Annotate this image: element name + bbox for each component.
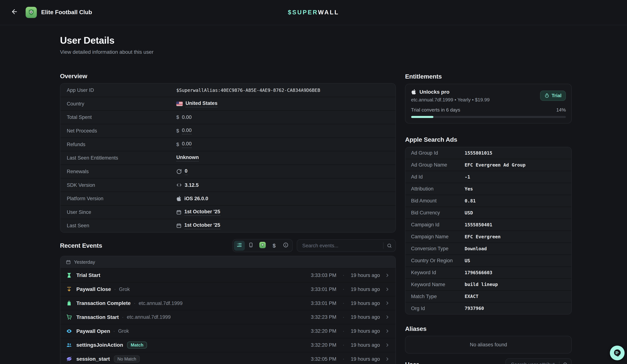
event-ago: 19 hours ago [351,286,380,292]
table-row: Refunds $0.00 [60,137,396,151]
calendar-icon [176,210,181,215]
table-row: Keyword Id1796566603 [405,267,571,278]
country-value[interactable]: United States [185,100,217,107]
chevron-right-icon [385,357,390,362]
chevron-right-icon [385,273,390,278]
event-ago: 19 hours ago [351,314,380,320]
shopping-bag-icon [66,300,72,306]
event-row[interactable]: Transaction Start · etc.annual.7df.1999 … [60,310,396,324]
code-icon [176,182,182,188]
entitlement-card: Unlocks pro etc.annual.7df.1999 • Yearly… [405,84,572,124]
table-row: Bid CurrencyUSD [405,207,571,219]
group-label: Yesterday [74,259,95,265]
app-user-id-value: $SuperwallAlias:40EC9876-A85E-4AE9-8762-… [176,88,320,93]
filter-app-events-button[interactable] [257,241,268,251]
event-row[interactable]: Transaction Complete · etc.annual.7df.19… [60,296,396,310]
row-label: Platform Version [67,196,176,201]
table-row: Match TypeEXACT [405,290,571,302]
event-row[interactable]: Paywall Open · Grok 3:32:20 PM·19 hours … [60,324,396,338]
row-label: User Since [67,209,176,215]
chevron-right-icon [385,315,390,320]
table-row: Conversion TypeDownload [405,243,571,255]
table-row: Platform Version iOS 26.0.0 [60,191,396,205]
chevron-right-icon [385,287,390,292]
filter-device-events-button[interactable] [246,241,257,251]
calendar-icon [176,223,181,228]
aliases-empty-card: No aliases found [405,336,572,353]
top-bar: Elite Football Club $SUPERWALL [0,0,627,25]
filter-info-events-button[interactable] [280,241,291,251]
row-label: Country [67,101,176,107]
event-time: 3:32:20 PM [311,328,336,334]
search-icon[interactable] [563,362,568,364]
table-row: Ad Group NameEFC Evergreen Ad Group [405,159,571,171]
event-ago: 19 hours ago [351,272,380,278]
renewals-value[interactable]: 0 [185,168,188,175]
event-row[interactable]: Trial Start 3:33:03 PM·19 hours ago [60,268,396,282]
dollar-icon: $ [176,128,179,134]
total-spent-value: 0.00 [182,114,192,120]
chevron-right-icon [385,301,390,306]
table-row: Org Id7937960 [405,302,571,314]
entitlement-title: Unlocks pro [419,89,449,95]
events-group-header: Yesterday [60,256,396,268]
chevron-right-icon [385,342,390,348]
overview-heading: Overview [60,73,396,80]
chat-widget-button[interactable] [610,346,625,360]
event-name: session_start [76,356,110,362]
search-icon[interactable] [387,243,392,248]
event-time: 3:33:01 PM [311,300,336,306]
event-row[interactable]: session_start No Match 3:32:05 PM·19 hou… [60,352,396,364]
event-row[interactable]: Paywall Close · Grok 3:33:01 PM·19 hours… [60,282,396,296]
event-name: Transaction Complete [76,300,131,306]
user-section-header: User [405,358,572,364]
trial-progress-fill [411,116,434,118]
event-row[interactable]: settingsJoinAction Match 3:32:20 PM·19 h… [60,338,396,352]
table-row: Campaign NameEFC Evergreen [405,230,571,243]
filter-revenue-events-button[interactable]: $ [269,241,280,251]
main-content: User Details View detailed information a… [0,25,627,364]
trial-converts-text: Trial converts in 6 days [411,107,460,113]
event-detail: Grok [119,286,130,292]
user-attributes-search-input[interactable] [510,361,556,364]
table-row: Net Proceeds $0.00 [60,124,396,137]
event-time: 3:33:01 PM [311,286,336,292]
refunds-value[interactable]: 0.00 [182,141,192,148]
trial-progress-bar [411,116,566,118]
chevron-right-icon [385,328,390,334]
event-ago: 19 hours ago [351,342,380,348]
dollar-sign-icon: $ [273,243,275,249]
row-label: Total Spent [67,114,176,120]
timer-icon [544,93,549,98]
event-filter-toolbar: $ [232,239,293,252]
net-proceeds-value[interactable]: 0.00 [182,127,192,134]
event-time: 3:32:05 PM [311,356,336,362]
apple-icon [176,196,181,201]
event-name: settingsJoinAction [76,342,123,348]
events-search-input[interactable] [302,242,380,249]
table-row: Keyword Namebuild lineup [405,278,571,290]
no-match-badge: No Match [114,355,140,363]
event-time: 3:32:20 PM [311,342,336,348]
recent-events-header: Recent Events $ [60,239,396,252]
row-label: Net Proceeds [67,128,176,134]
filter-all-events-button[interactable] [234,241,245,251]
info-icon [283,242,288,249]
user-since-value[interactable]: 1st October '25 [184,209,220,216]
last-seen-entitlements-value[interactable]: Unknown [176,154,199,161]
calendar-icon [66,260,71,265]
events-search [297,239,396,252]
user-heading: User [405,361,419,364]
back-button[interactable] [9,7,20,18]
arrow-down-from-line-icon [66,286,72,292]
table-row: Campaign Id1555850401 [405,219,571,230]
row-label: Last Seen [67,223,176,228]
event-name: Paywall Open [76,328,110,334]
page-subtitle: View detailed information about this use… [60,49,396,55]
hourglass-icon [66,273,72,278]
last-seen-value[interactable]: 1st October '25 [184,222,220,229]
row-label: Last Seen Entitlements [67,155,176,161]
page-title: User Details [60,35,396,46]
app-name: Elite Football Club [41,9,92,16]
user-attributes-search [505,358,572,364]
